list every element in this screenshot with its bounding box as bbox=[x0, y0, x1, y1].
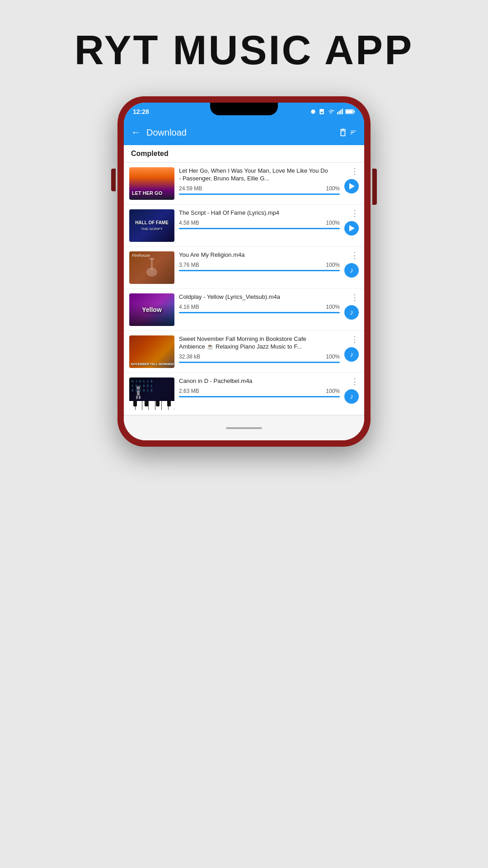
svg-rect-11 bbox=[151, 259, 153, 270]
svg-rect-12 bbox=[150, 258, 154, 260]
item-right-5: ⋮ ♪ bbox=[344, 335, 359, 362]
wifi-icon bbox=[327, 108, 334, 115]
music-button-5[interactable]: ♪ bbox=[344, 347, 359, 362]
item-percent-2: 100% bbox=[326, 220, 340, 226]
item-right-6: ⋮ ♪ bbox=[344, 377, 359, 404]
more-options-5[interactable]: ⋮ bbox=[351, 335, 359, 344]
item-thumbnail-1: LET HER GO bbox=[129, 167, 174, 200]
svg-point-13 bbox=[136, 386, 140, 390]
item-size-1: 24.59 MB bbox=[179, 185, 202, 192]
item-percent-5: 100% bbox=[326, 354, 340, 360]
progress-bar-5 bbox=[179, 362, 340, 363]
person-icon bbox=[134, 386, 143, 399]
guitar-icon bbox=[141, 256, 163, 279]
item-thumbnail-5: NOVEMBER FALL MORNING bbox=[129, 335, 174, 368]
download-item: Firehouse You Are My Religion.m4a 3.76 M… bbox=[124, 247, 364, 289]
item-progress-row-1: 24.59 MB 100% bbox=[179, 185, 340, 192]
play-icon-2 bbox=[349, 225, 355, 231]
item-title-5: Sweet November Fall Morning in Bookstore… bbox=[179, 335, 340, 351]
item-info-3: You Are My Religion.m4a 3.76 MB 100% bbox=[179, 251, 340, 271]
item-progress-row-6: 2.63 MB 100% bbox=[179, 388, 340, 394]
item-right-2: ⋮ bbox=[344, 209, 359, 236]
home-indicator[interactable] bbox=[226, 427, 262, 429]
svg-rect-15 bbox=[136, 396, 138, 399]
music-button-6[interactable]: ♪ bbox=[344, 389, 359, 404]
thumb-text-5: NOVEMBER FALL MORNING bbox=[131, 363, 174, 366]
play-icon-1 bbox=[349, 183, 355, 189]
svg-rect-2 bbox=[321, 112, 323, 113]
more-options-3[interactable]: ⋮ bbox=[351, 251, 359, 259]
progress-bar-4 bbox=[179, 312, 340, 313]
delete-icon[interactable] bbox=[338, 127, 357, 137]
filter-icon bbox=[350, 129, 357, 136]
back-button[interactable]: ← bbox=[131, 127, 141, 138]
item-size-5: 32.38 kB bbox=[179, 354, 200, 360]
item-percent-1: 100% bbox=[326, 185, 340, 192]
trash-icon bbox=[338, 127, 348, 137]
progress-bar-2 bbox=[179, 228, 340, 229]
download-item: LET HER GO Let Her Go, When I Was Your M… bbox=[124, 163, 364, 205]
section-header: Completed bbox=[124, 145, 364, 163]
app-title: RYT MUSIC APP bbox=[75, 27, 413, 74]
music-button-4[interactable]: ♪ bbox=[344, 305, 359, 320]
item-info-1: Let Her Go, When I Was Your Man, Love Me… bbox=[179, 167, 340, 195]
svg-point-0 bbox=[311, 109, 315, 113]
item-progress-row-5: 32.38 kB 100% bbox=[179, 354, 340, 360]
item-info-2: The Script - Hall Of Fame (Lyrics).mp4 4… bbox=[179, 209, 340, 229]
more-options-4[interactable]: ⋮ bbox=[351, 293, 359, 302]
svg-rect-8 bbox=[354, 111, 355, 113]
item-title-6: Canon in D - Pachelbel.m4a bbox=[179, 377, 340, 385]
signal-icon bbox=[337, 108, 343, 115]
music-note-icon-6: ♪ bbox=[350, 392, 353, 401]
progress-fill-2 bbox=[179, 228, 340, 229]
item-title-4: Coldplay - Yellow (Lyrics_Vietsub).m4a bbox=[179, 293, 340, 301]
more-options-1[interactable]: ⋮ bbox=[351, 167, 359, 175]
app-bar-left: ← Download bbox=[131, 127, 187, 138]
bottom-nav bbox=[124, 415, 364, 440]
progress-fill-5 bbox=[179, 362, 340, 363]
svg-rect-14 bbox=[137, 390, 140, 396]
play-button-2[interactable] bbox=[344, 221, 359, 236]
item-percent-6: 100% bbox=[326, 388, 340, 394]
more-options-2[interactable]: ⋮ bbox=[351, 209, 359, 217]
item-size-6: 2.63 MB bbox=[179, 388, 199, 394]
music-note-icon-3: ♪ bbox=[350, 266, 353, 274]
download-item: NOVEMBER FALL MORNING Sweet November Fal… bbox=[124, 331, 364, 373]
item-thumbnail-6: 0 1 0 1 1 01 0 1 0 0 10 1 1 0 1 0 bbox=[129, 377, 174, 410]
content-area: Completed LET HER GO Let Her Go, When I … bbox=[124, 145, 364, 415]
svg-rect-16 bbox=[139, 396, 141, 399]
svg-rect-4 bbox=[339, 111, 340, 114]
item-thumbnail-4: Yellow bbox=[129, 293, 174, 326]
thumb-text-3: Firehouse bbox=[132, 253, 150, 258]
play-button-1[interactable] bbox=[344, 179, 359, 193]
more-options-6[interactable]: ⋮ bbox=[351, 377, 359, 386]
thumb-text-2: HALL OF FAMETHE SCRIPT bbox=[135, 220, 169, 231]
svg-rect-9 bbox=[346, 110, 353, 113]
music-button-3[interactable]: ♪ bbox=[344, 263, 359, 278]
item-size-3: 3.76 MB bbox=[179, 262, 199, 268]
status-icons bbox=[310, 108, 355, 115]
app-bar: ← Download bbox=[124, 120, 364, 145]
svg-rect-5 bbox=[340, 110, 341, 114]
item-info-5: Sweet November Fall Morning in Bookstore… bbox=[179, 335, 340, 363]
progress-bar-1 bbox=[179, 193, 340, 195]
item-size-4: 4.16 MB bbox=[179, 304, 199, 310]
item-title-1: Let Her Go, When I Was Your Man, Love Me… bbox=[179, 167, 340, 183]
svg-rect-6 bbox=[342, 109, 343, 114]
item-title-3: You Are My Religion.m4a bbox=[179, 251, 340, 259]
battery-icon bbox=[345, 109, 355, 114]
item-size-2: 4.58 MB bbox=[179, 220, 199, 226]
item-info-4: Coldplay - Yellow (Lyrics_Vietsub).m4a 4… bbox=[179, 293, 340, 313]
phone-notch bbox=[210, 103, 278, 115]
progress-fill-4 bbox=[179, 312, 340, 313]
progress-bar-6 bbox=[179, 396, 340, 397]
item-progress-row-4: 4.16 MB 100% bbox=[179, 304, 340, 310]
notification-icon bbox=[310, 108, 316, 115]
download-item: HALL OF FAMETHE SCRIPT The Script - Hall… bbox=[124, 205, 364, 247]
item-progress-row-2: 4.58 MB 100% bbox=[179, 220, 340, 226]
progress-fill-1 bbox=[179, 193, 340, 195]
progress-fill-6 bbox=[179, 396, 340, 397]
item-right-4: ⋮ ♪ bbox=[344, 293, 359, 320]
download-item: 0 1 0 1 1 01 0 1 0 0 10 1 1 0 1 0 bbox=[124, 373, 364, 415]
app-bar-title: Download bbox=[146, 127, 187, 138]
